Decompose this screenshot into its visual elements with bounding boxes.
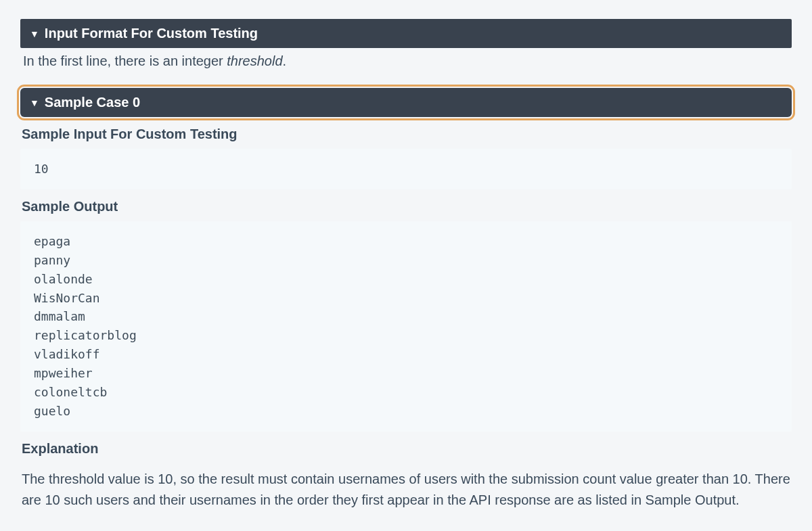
triangle-down-icon: ▼ bbox=[30, 29, 39, 39]
section-title: Input Format For Custom Testing bbox=[45, 26, 258, 41]
sample-input-heading: Sample Input For Custom Testing bbox=[22, 126, 790, 142]
input-format-text-prefix: In the first line, there is an integer bbox=[23, 53, 227, 68]
input-format-text-italic: threshold bbox=[227, 53, 282, 68]
explanation-heading: Explanation bbox=[22, 441, 790, 457]
triangle-down-icon: ▼ bbox=[30, 98, 39, 108]
section-header-input-format[interactable]: ▼ Input Format For Custom Testing bbox=[20, 19, 792, 48]
sample-output-heading: Sample Output bbox=[22, 199, 790, 214]
problem-panel: ▼ Input Format For Custom Testing In the… bbox=[0, 0, 812, 531]
sample-output-code: epaga panny olalonde WisNorCan dmmalam r… bbox=[20, 221, 792, 432]
input-format-text-suffix: . bbox=[283, 53, 287, 68]
section-body-input-format: In the first line, there is an integer t… bbox=[20, 48, 792, 78]
section-title: Sample Case 0 bbox=[45, 95, 140, 110]
sample-input-code: 10 bbox=[20, 149, 792, 189]
explanation-text: The threshold value is 10, so the result… bbox=[22, 469, 790, 511]
section-header-sample-case-0[interactable]: ▼ Sample Case 0 bbox=[20, 88, 792, 117]
